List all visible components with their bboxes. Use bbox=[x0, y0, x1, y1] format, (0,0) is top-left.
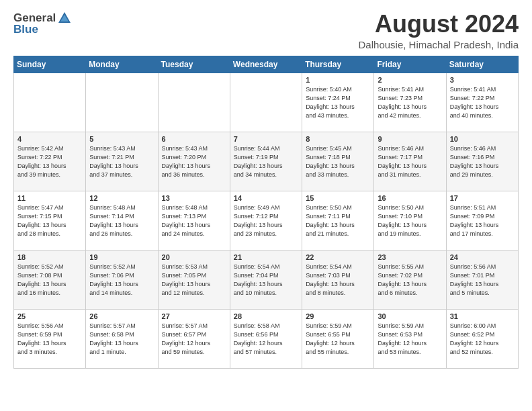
calendar-cell bbox=[158, 73, 230, 132]
cell-sun-info: Sunrise: 5:56 AMSunset: 7:01 PMDaylight:… bbox=[450, 263, 515, 298]
calendar-cell: 22Sunrise: 5:54 AMSunset: 7:03 PMDayligh… bbox=[302, 250, 374, 309]
calendar-cell bbox=[230, 73, 302, 132]
cell-sun-info: Sunrise: 5:58 AMSunset: 6:56 PMDaylight:… bbox=[234, 322, 298, 357]
day-header-sunday: Sunday bbox=[14, 56, 86, 73]
calendar-week-2: 4Sunrise: 5:42 AMSunset: 7:22 PMDaylight… bbox=[14, 132, 519, 191]
calendar-cell: 23Sunrise: 5:55 AMSunset: 7:02 PMDayligh… bbox=[374, 250, 446, 309]
day-number: 18 bbox=[17, 253, 82, 261]
cell-sun-info: Sunrise: 5:46 AMSunset: 7:16 PMDaylight:… bbox=[450, 144, 515, 179]
page-header: General Blue August 2024 Dalhousie, Hima… bbox=[13, 11, 519, 50]
cell-sun-info: Sunrise: 5:53 AMSunset: 7:05 PMDaylight:… bbox=[162, 263, 226, 298]
cell-sun-info: Sunrise: 5:56 AMSunset: 6:59 PMDaylight:… bbox=[17, 322, 82, 357]
day-header-saturday: Saturday bbox=[446, 56, 518, 73]
day-number: 4 bbox=[17, 135, 82, 143]
cell-sun-info: Sunrise: 5:54 AMSunset: 7:03 PMDaylight:… bbox=[306, 263, 370, 298]
calendar-cell: 8Sunrise: 5:45 AMSunset: 7:18 PMDaylight… bbox=[302, 132, 374, 191]
cell-sun-info: Sunrise: 5:48 AMSunset: 7:14 PMDaylight:… bbox=[89, 203, 154, 238]
calendar-cell: 19Sunrise: 5:52 AMSunset: 7:06 PMDayligh… bbox=[86, 250, 158, 309]
day-number: 9 bbox=[378, 135, 442, 143]
day-number: 29 bbox=[306, 312, 370, 320]
calendar-week-3: 11Sunrise: 5:47 AMSunset: 7:15 PMDayligh… bbox=[14, 191, 519, 250]
day-number: 8 bbox=[306, 135, 370, 143]
cell-sun-info: Sunrise: 5:41 AMSunset: 7:22 PMDaylight:… bbox=[450, 85, 515, 120]
day-header-wednesday: Wednesday bbox=[230, 56, 302, 73]
day-number: 27 bbox=[162, 312, 226, 320]
cell-sun-info: Sunrise: 5:42 AMSunset: 7:22 PMDaylight:… bbox=[17, 144, 82, 179]
logo-blue-text: Blue bbox=[13, 23, 38, 36]
cell-sun-info: Sunrise: 5:43 AMSunset: 7:21 PMDaylight:… bbox=[89, 144, 154, 179]
day-number: 19 bbox=[89, 253, 154, 261]
calendar-cell: 9Sunrise: 5:46 AMSunset: 7:17 PMDaylight… bbox=[374, 132, 446, 191]
calendar-cell: 2Sunrise: 5:41 AMSunset: 7:23 PMDaylight… bbox=[374, 73, 446, 132]
day-number: 25 bbox=[17, 312, 82, 320]
day-number: 10 bbox=[450, 135, 515, 143]
calendar-cell: 16Sunrise: 5:50 AMSunset: 7:10 PMDayligh… bbox=[374, 191, 446, 250]
calendar-cell: 5Sunrise: 5:43 AMSunset: 7:21 PMDaylight… bbox=[86, 132, 158, 191]
calendar-cell: 25Sunrise: 5:56 AMSunset: 6:59 PMDayligh… bbox=[14, 309, 86, 368]
day-number: 20 bbox=[162, 253, 226, 261]
calendar-cell: 3Sunrise: 5:41 AMSunset: 7:22 PMDaylight… bbox=[446, 73, 518, 132]
calendar-cell bbox=[14, 73, 86, 132]
cell-sun-info: Sunrise: 5:52 AMSunset: 7:06 PMDaylight:… bbox=[89, 263, 154, 298]
header-row: SundayMondayTuesdayWednesdayThursdayFrid… bbox=[14, 56, 519, 73]
location-subtitle: Dalhousie, Himachal Pradesh, India bbox=[359, 39, 519, 50]
calendar-cell: 26Sunrise: 5:57 AMSunset: 6:58 PMDayligh… bbox=[86, 309, 158, 368]
day-header-friday: Friday bbox=[374, 56, 446, 73]
calendar-cell: 28Sunrise: 5:58 AMSunset: 6:56 PMDayligh… bbox=[230, 309, 302, 368]
day-number: 31 bbox=[450, 312, 515, 320]
calendar-cell: 18Sunrise: 5:52 AMSunset: 7:08 PMDayligh… bbox=[14, 250, 86, 309]
cell-sun-info: Sunrise: 5:57 AMSunset: 6:57 PMDaylight:… bbox=[162, 322, 226, 357]
cell-sun-info: Sunrise: 5:44 AMSunset: 7:19 PMDaylight:… bbox=[234, 144, 298, 179]
cell-sun-info: Sunrise: 5:50 AMSunset: 7:10 PMDaylight:… bbox=[378, 203, 442, 238]
day-number: 2 bbox=[378, 76, 442, 84]
day-header-thursday: Thursday bbox=[302, 56, 374, 73]
day-number: 5 bbox=[89, 135, 154, 143]
day-number: 1 bbox=[306, 76, 370, 84]
day-number: 21 bbox=[234, 253, 298, 261]
day-number: 22 bbox=[306, 253, 370, 261]
day-number: 28 bbox=[234, 312, 298, 320]
calendar-cell: 27Sunrise: 5:57 AMSunset: 6:57 PMDayligh… bbox=[158, 309, 230, 368]
cell-sun-info: Sunrise: 5:43 AMSunset: 7:20 PMDaylight:… bbox=[162, 144, 226, 179]
cell-sun-info: Sunrise: 5:52 AMSunset: 7:08 PMDaylight:… bbox=[17, 263, 82, 298]
day-number: 3 bbox=[450, 76, 515, 84]
day-number: 14 bbox=[234, 194, 298, 202]
day-number: 13 bbox=[162, 194, 226, 202]
calendar-cell: 13Sunrise: 5:48 AMSunset: 7:13 PMDayligh… bbox=[158, 191, 230, 250]
day-number: 11 bbox=[17, 194, 82, 202]
day-header-monday: Monday bbox=[86, 56, 158, 73]
cell-sun-info: Sunrise: 5:45 AMSunset: 7:18 PMDaylight:… bbox=[306, 144, 370, 179]
cell-sun-info: Sunrise: 5:49 AMSunset: 7:12 PMDaylight:… bbox=[234, 203, 298, 238]
calendar-cell: 7Sunrise: 5:44 AMSunset: 7:19 PMDaylight… bbox=[230, 132, 302, 191]
day-number: 26 bbox=[89, 312, 154, 320]
day-number: 30 bbox=[378, 312, 442, 320]
cell-sun-info: Sunrise: 5:51 AMSunset: 7:09 PMDaylight:… bbox=[450, 203, 515, 238]
cell-sun-info: Sunrise: 5:48 AMSunset: 7:13 PMDaylight:… bbox=[162, 203, 226, 238]
calendar-header: SundayMondayTuesdayWednesdayThursdayFrid… bbox=[14, 56, 519, 73]
day-number: 17 bbox=[450, 194, 515, 202]
calendar-cell: 14Sunrise: 5:49 AMSunset: 7:12 PMDayligh… bbox=[230, 191, 302, 250]
day-number: 6 bbox=[162, 135, 226, 143]
cell-sun-info: Sunrise: 5:59 AMSunset: 6:55 PMDaylight:… bbox=[306, 322, 370, 357]
calendar-cell: 10Sunrise: 5:46 AMSunset: 7:16 PMDayligh… bbox=[446, 132, 518, 191]
calendar-table: SundayMondayTuesdayWednesdayThursdayFrid… bbox=[13, 56, 519, 369]
cell-sun-info: Sunrise: 5:41 AMSunset: 7:23 PMDaylight:… bbox=[378, 85, 442, 120]
calendar-cell: 4Sunrise: 5:42 AMSunset: 7:22 PMDaylight… bbox=[14, 132, 86, 191]
logo: General Blue bbox=[13, 11, 72, 36]
day-number: 24 bbox=[450, 253, 515, 261]
logo-icon bbox=[57, 11, 72, 26]
calendar-cell bbox=[86, 73, 158, 132]
calendar-cell: 20Sunrise: 5:53 AMSunset: 7:05 PMDayligh… bbox=[158, 250, 230, 309]
calendar-cell: 11Sunrise: 5:47 AMSunset: 7:15 PMDayligh… bbox=[14, 191, 86, 250]
day-header-tuesday: Tuesday bbox=[158, 56, 230, 73]
calendar-cell: 30Sunrise: 5:59 AMSunset: 6:53 PMDayligh… bbox=[374, 309, 446, 368]
calendar-cell: 17Sunrise: 5:51 AMSunset: 7:09 PMDayligh… bbox=[446, 191, 518, 250]
day-number: 7 bbox=[234, 135, 298, 143]
calendar-week-4: 18Sunrise: 5:52 AMSunset: 7:08 PMDayligh… bbox=[14, 250, 519, 309]
calendar-cell: 15Sunrise: 5:50 AMSunset: 7:11 PMDayligh… bbox=[302, 191, 374, 250]
cell-sun-info: Sunrise: 5:59 AMSunset: 6:53 PMDaylight:… bbox=[378, 322, 442, 357]
cell-sun-info: Sunrise: 5:55 AMSunset: 7:02 PMDaylight:… bbox=[378, 263, 442, 298]
cell-sun-info: Sunrise: 5:50 AMSunset: 7:11 PMDaylight:… bbox=[306, 203, 370, 238]
cell-sun-info: Sunrise: 5:54 AMSunset: 7:04 PMDaylight:… bbox=[234, 263, 298, 298]
calendar-cell: 29Sunrise: 5:59 AMSunset: 6:55 PMDayligh… bbox=[302, 309, 374, 368]
